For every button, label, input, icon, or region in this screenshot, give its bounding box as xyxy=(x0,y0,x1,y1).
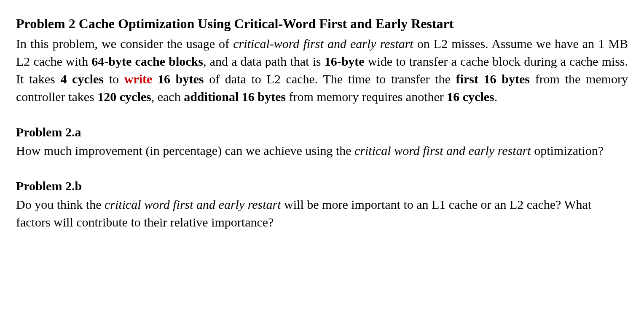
problem-2-intro: In this problem, we consider the usage o… xyxy=(16,35,628,106)
text-segment: , and a data path that is xyxy=(203,54,325,68)
text-segment: Do you think the xyxy=(16,197,105,211)
text-segment: How much improvement (in percentage) can… xyxy=(16,144,354,157)
text-segment: from memory requires another xyxy=(286,90,447,104)
text-segment-italic: critical-word first and early restart xyxy=(233,37,413,51)
text-segment: . xyxy=(494,90,498,104)
text-segment: , each xyxy=(151,90,184,104)
text-segment-bold: 16-byte xyxy=(325,54,365,68)
text-segment-bold: 16 cycles xyxy=(447,90,494,104)
text-segment: of data to L2 cache. The time to transfe… xyxy=(204,72,456,86)
text-segment-bold: 16 bytes xyxy=(152,72,204,86)
text-segment: optimization? xyxy=(531,144,604,157)
problem-2b-question: Do you think the critical word first and… xyxy=(16,196,628,231)
problem-2-heading: Problem 2 Cache Optimization Using Criti… xyxy=(16,14,628,33)
text-segment-bold: first 16 bytes xyxy=(456,72,530,86)
text-segment-red-bold: write xyxy=(124,72,153,86)
text-segment: In this problem, we consider the usage o… xyxy=(16,37,233,51)
text-segment-bold: 4 cycles xyxy=(60,72,104,86)
text-segment: to xyxy=(104,72,124,86)
text-segment-italic: critical word first and early restart xyxy=(354,144,531,157)
problem-2a-question: How much improvement (in percentage) can… xyxy=(16,142,628,160)
text-segment-bold: 120 cycles xyxy=(97,90,151,104)
problem-2b-heading: Problem 2.b xyxy=(16,177,628,195)
text-segment-italic: critical word first and early restart xyxy=(105,197,281,211)
problem-2a-heading: Problem 2.a xyxy=(16,123,628,141)
text-segment-bold: additional 16 bytes xyxy=(184,90,286,104)
text-segment-bold: 64-byte cache blocks xyxy=(91,54,203,68)
